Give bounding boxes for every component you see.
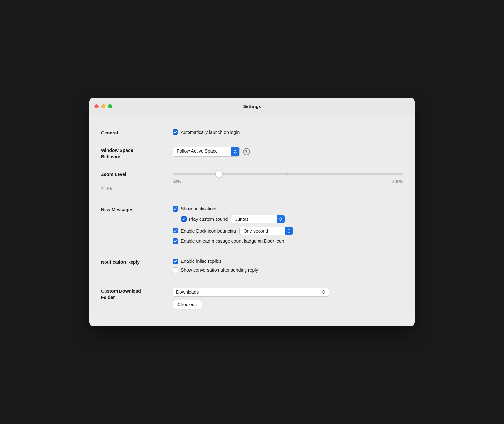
- bounce-duration-value: One second: [240, 227, 285, 235]
- play-sound-label: Play custom sound: [189, 217, 228, 222]
- play-sound-row: Play custom sound Juntos: [173, 215, 403, 223]
- zoom-labels: 50% 300%: [173, 179, 403, 184]
- divider-3: [101, 280, 403, 280]
- sound-value: Juntos: [231, 215, 277, 223]
- notification-reply-label: Notification Reply: [101, 259, 173, 266]
- inline-replies-label: Enable inline replies: [181, 259, 221, 264]
- chevron-updown-icon: [234, 149, 237, 154]
- custom-download-label: Custom Download Folder: [101, 288, 173, 301]
- traffic-lights: [94, 104, 112, 108]
- downloads-arrows: [322, 290, 325, 294]
- general-label: General: [101, 129, 173, 136]
- downloads-dropdown[interactable]: Downloads: [173, 288, 329, 297]
- notification-reply-row: Notification Reply Enable inline replies: [101, 253, 403, 278]
- general-controls: Automatically launch on login: [173, 129, 403, 135]
- notification-reply-controls: Enable inline replies Show conversation …: [173, 259, 403, 273]
- zoom-label: Zoom Level 100%: [101, 171, 173, 191]
- unread-badge-checkbox[interactable]: [173, 238, 178, 244]
- inline-replies-row: Enable inline replies: [173, 259, 403, 264]
- play-sound-checkbox[interactable]: [181, 216, 187, 222]
- zoom-controls: 50% 300%: [173, 171, 403, 184]
- close-button[interactable]: [94, 104, 99, 108]
- checkmark-icon: [174, 130, 177, 134]
- general-row: General Automatically launch on login: [101, 124, 403, 142]
- show-notifications-wrap[interactable]: Show notifications: [173, 206, 217, 212]
- divider-1: [101, 199, 403, 199]
- window-title: Settings: [243, 104, 261, 109]
- bounce-duration-arrow[interactable]: [285, 227, 293, 235]
- show-conversation-checkbox[interactable]: [173, 267, 178, 273]
- check-icon: [174, 207, 177, 211]
- show-conversation-label: Show conversation after sending reply: [181, 267, 258, 273]
- check-icon-3: [174, 229, 177, 233]
- new-messages-row: New Messages Show notifications: [101, 201, 403, 249]
- divider-2: [101, 251, 403, 251]
- check-icon-5: [174, 260, 177, 263]
- unread-badge-row: Enable unread message count badge on Doc…: [173, 238, 403, 244]
- sound-dropdown-arrow[interactable]: [277, 215, 285, 223]
- unread-badge-wrap[interactable]: Enable unread message count badge on Doc…: [173, 238, 284, 244]
- inline-replies-checkbox[interactable]: [173, 259, 178, 264]
- maximize-button[interactable]: [108, 104, 112, 108]
- custom-download-controls: Downloads Choose...: [173, 288, 403, 309]
- auto-launch-row: Automatically launch on login: [173, 129, 403, 135]
- zoom-min-label: 50%: [173, 179, 181, 184]
- sound-select[interactable]: Juntos: [231, 215, 285, 223]
- zoom-row: Zoom Level 100%: [101, 165, 403, 197]
- downloads-chevron-icon: [322, 290, 325, 294]
- window-space-control-row: Follow Active Space ?: [173, 147, 403, 157]
- unread-badge-label: Enable unread message count badge on Doc…: [181, 238, 284, 244]
- zoom-max-label: 300%: [392, 179, 403, 184]
- window-space-dropdown-arrow[interactable]: [231, 147, 239, 156]
- custom-download-row: Custom Download Folder Downloads: [101, 282, 403, 314]
- downloads-value: Downloads: [176, 290, 199, 295]
- show-conversation-wrap[interactable]: Show conversation after sending reply: [173, 267, 258, 273]
- show-notifications-row: Show notifications: [173, 206, 403, 212]
- titlebar: Settings: [89, 98, 415, 115]
- show-conversation-row: Show conversation after sending reply: [173, 267, 403, 273]
- zoom-slider-track: [173, 173, 403, 175]
- auto-launch-label: Automatically launch on login: [181, 130, 240, 135]
- window-space-row: Window Space Behavior Follow Active Spac…: [101, 142, 403, 165]
- sound-chevron-icon: [279, 217, 282, 221]
- choose-button-row: Choose...: [173, 300, 403, 309]
- check-icon-4: [174, 239, 177, 243]
- window-space-value: Follow Active Space: [173, 147, 231, 156]
- check-icon-2: [182, 217, 186, 221]
- show-notifications-checkbox[interactable]: [173, 206, 178, 212]
- zoom-current-value: 100%: [101, 186, 173, 191]
- dock-bounce-wrap[interactable]: Enable Dock icon bouncing: [173, 228, 236, 233]
- settings-content: General Automatically launch on login: [89, 115, 415, 326]
- inline-replies-wrap[interactable]: Enable inline replies: [173, 259, 221, 264]
- choose-button[interactable]: Choose...: [173, 300, 202, 309]
- dock-bounce-label: Enable Dock icon bouncing: [181, 228, 236, 233]
- new-messages-label: New Messages: [101, 206, 173, 213]
- dock-bounce-checkbox[interactable]: [173, 228, 178, 233]
- minimize-button[interactable]: [101, 104, 105, 108]
- show-notifications-label: Show notifications: [181, 206, 217, 211]
- zoom-slider-container: [173, 171, 403, 177]
- settings-window: Settings General Automatically launch on…: [89, 98, 415, 326]
- auto-launch-checkbox-wrap[interactable]: Automatically launch on login: [173, 129, 240, 135]
- bounce-duration-select[interactable]: One second: [239, 227, 293, 235]
- window-space-label: Window Space Behavior: [101, 147, 173, 160]
- dock-bounce-row: Enable Dock icon bouncing One second: [173, 227, 403, 235]
- new-messages-controls: Show notifications Play custom sound: [173, 206, 403, 244]
- window-space-dropdown[interactable]: Follow Active Space: [173, 147, 240, 157]
- bounce-chevron-icon: [287, 229, 291, 233]
- window-space-controls: Follow Active Space ?: [173, 147, 403, 157]
- downloads-dropdown-row: Downloads: [173, 288, 403, 297]
- play-sound-wrap[interactable]: Play custom sound: [181, 216, 228, 222]
- help-button[interactable]: ?: [243, 148, 250, 155]
- auto-launch-checkbox[interactable]: [173, 129, 178, 135]
